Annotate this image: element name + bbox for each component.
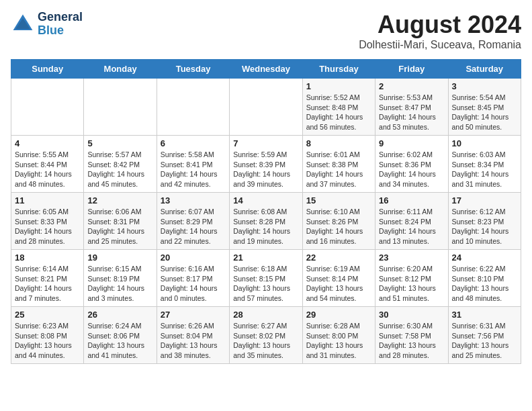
day-number: 7 [233,138,298,148]
day-header-wednesday: Wednesday [230,60,302,79]
calendar-cell: 4Sunrise: 5:55 AM Sunset: 8:44 PM Daylig… [11,136,84,193]
calendar-body: 1Sunrise: 5:52 AM Sunset: 8:48 PM Daylig… [11,79,521,364]
day-number: 6 [161,138,226,148]
day-info: Sunrise: 6:31 AM Sunset: 7:56 PM Dayligh… [452,321,517,361]
calendar-subtitle: Dolhestii-Mari, Suceava, Romania [359,39,521,51]
calendar-cell [230,79,302,136]
calendar-cell [157,79,229,136]
day-info: Sunrise: 6:27 AM Sunset: 8:02 PM Dayligh… [233,321,298,361]
calendar-cell: 1Sunrise: 5:52 AM Sunset: 8:48 PM Daylig… [302,79,375,136]
day-number: 2 [379,81,444,91]
calendar-cell: 30Sunrise: 6:30 AM Sunset: 7:58 PM Dayli… [375,307,448,364]
day-header-monday: Monday [84,60,157,79]
day-info: Sunrise: 5:54 AM Sunset: 8:45 PM Dayligh… [452,93,517,132]
day-number: 17 [452,195,517,205]
day-info: Sunrise: 6:24 AM Sunset: 8:06 PM Dayligh… [87,321,152,361]
calendar-cell: 14Sunrise: 6:08 AM Sunset: 8:28 PM Dayli… [230,193,302,250]
day-number: 22 [306,253,371,263]
calendar-cell: 22Sunrise: 6:19 AM Sunset: 8:14 PM Dayli… [302,250,375,307]
calendar-cell: 28Sunrise: 6:27 AM Sunset: 8:02 PM Dayli… [230,307,302,364]
calendar-cell: 9Sunrise: 6:02 AM Sunset: 8:36 PM Daylig… [375,136,448,193]
day-info: Sunrise: 6:30 AM Sunset: 7:58 PM Dayligh… [379,321,444,361]
calendar-header: SundayMondayTuesdayWednesdayThursdayFrid… [11,60,521,79]
day-number: 23 [379,253,444,263]
day-info: Sunrise: 6:19 AM Sunset: 8:14 PM Dayligh… [306,264,371,304]
calendar-cell: 3Sunrise: 5:54 AM Sunset: 8:45 PM Daylig… [448,79,521,136]
day-number: 18 [15,253,80,263]
day-header-sunday: Sunday [11,60,84,79]
day-info: Sunrise: 6:12 AM Sunset: 8:23 PM Dayligh… [452,207,517,246]
day-number: 13 [161,195,226,205]
day-header-tuesday: Tuesday [157,60,229,79]
day-info: Sunrise: 6:07 AM Sunset: 8:29 PM Dayligh… [161,207,226,246]
calendar-cell: 24Sunrise: 6:22 AM Sunset: 8:10 PM Dayli… [448,250,521,307]
day-info: Sunrise: 6:16 AM Sunset: 8:17 PM Dayligh… [161,264,226,304]
day-info: Sunrise: 6:18 AM Sunset: 8:15 PM Dayligh… [233,264,298,304]
day-info: Sunrise: 5:55 AM Sunset: 8:44 PM Dayligh… [15,150,80,189]
calendar-cell: 7Sunrise: 5:59 AM Sunset: 8:39 PM Daylig… [230,136,302,193]
logo-icon [11,12,35,36]
calendar-table: SundayMondayTuesdayWednesdayThursdayFrid… [11,59,521,364]
day-info: Sunrise: 6:08 AM Sunset: 8:28 PM Dayligh… [233,207,298,246]
calendar-cell: 16Sunrise: 6:11 AM Sunset: 8:24 PM Dayli… [375,193,448,250]
day-info: Sunrise: 6:15 AM Sunset: 8:19 PM Dayligh… [87,264,152,304]
day-info: Sunrise: 6:22 AM Sunset: 8:10 PM Dayligh… [452,264,517,304]
day-info: Sunrise: 6:06 AM Sunset: 8:31 PM Dayligh… [87,207,152,246]
days-row: SundayMondayTuesdayWednesdayThursdayFrid… [11,60,521,79]
day-info: Sunrise: 6:05 AM Sunset: 8:33 PM Dayligh… [15,207,80,246]
day-number: 27 [161,310,226,320]
day-info: Sunrise: 6:14 AM Sunset: 8:21 PM Dayligh… [15,264,80,304]
calendar-cell: 6Sunrise: 5:58 AM Sunset: 8:41 PM Daylig… [157,136,229,193]
day-number: 9 [379,138,444,148]
day-number: 30 [379,310,444,320]
calendar-cell: 20Sunrise: 6:16 AM Sunset: 8:17 PM Dayli… [157,250,229,307]
day-number: 8 [306,138,371,148]
calendar-cell [11,79,84,136]
day-number: 10 [452,138,517,148]
day-info: Sunrise: 5:52 AM Sunset: 8:48 PM Dayligh… [306,93,371,132]
calendar-cell: 21Sunrise: 6:18 AM Sunset: 8:15 PM Dayli… [230,250,302,307]
calendar-cell: 13Sunrise: 6:07 AM Sunset: 8:29 PM Dayli… [157,193,229,250]
calendar-cell [84,79,157,136]
calendar-cell: 27Sunrise: 6:26 AM Sunset: 8:04 PM Dayli… [157,307,229,364]
day-number: 3 [452,81,517,91]
day-number: 14 [233,195,298,205]
day-number: 4 [15,138,80,148]
day-number: 25 [15,310,80,320]
day-number: 28 [233,310,298,320]
day-header-thursday: Thursday [302,60,375,79]
day-info: Sunrise: 6:11 AM Sunset: 8:24 PM Dayligh… [379,207,444,246]
calendar-cell: 12Sunrise: 6:06 AM Sunset: 8:31 PM Dayli… [84,193,157,250]
page-header: General Blue August 2024 Dolhestii-Mari,… [11,11,521,51]
day-number: 19 [87,253,152,263]
day-info: Sunrise: 5:58 AM Sunset: 8:41 PM Dayligh… [161,150,226,189]
calendar-cell: 26Sunrise: 6:24 AM Sunset: 8:06 PM Dayli… [84,307,157,364]
week-row-3: 11Sunrise: 6:05 AM Sunset: 8:33 PM Dayli… [11,193,521,250]
calendar-cell: 11Sunrise: 6:05 AM Sunset: 8:33 PM Dayli… [11,193,84,250]
title-area: August 2024 Dolhestii-Mari, Suceava, Rom… [359,11,521,51]
day-info: Sunrise: 6:28 AM Sunset: 8:00 PM Dayligh… [306,321,371,361]
day-number: 16 [379,195,444,205]
logo-general: General [38,11,83,24]
day-info: Sunrise: 5:59 AM Sunset: 8:39 PM Dayligh… [233,150,298,189]
day-info: Sunrise: 6:20 AM Sunset: 8:12 PM Dayligh… [379,264,444,304]
calendar-cell: 19Sunrise: 6:15 AM Sunset: 8:19 PM Dayli… [84,250,157,307]
logo-blue: Blue [38,24,83,38]
calendar-cell: 10Sunrise: 6:03 AM Sunset: 8:34 PM Dayli… [448,136,521,193]
calendar-cell: 29Sunrise: 6:28 AM Sunset: 8:00 PM Dayli… [302,307,375,364]
day-number: 26 [87,310,152,320]
day-header-friday: Friday [375,60,448,79]
calendar-cell: 18Sunrise: 6:14 AM Sunset: 8:21 PM Dayli… [11,250,84,307]
day-number: 21 [233,253,298,263]
day-info: Sunrise: 6:10 AM Sunset: 8:26 PM Dayligh… [306,207,371,246]
week-row-4: 18Sunrise: 6:14 AM Sunset: 8:21 PM Dayli… [11,250,521,307]
day-info: Sunrise: 5:57 AM Sunset: 8:42 PM Dayligh… [87,150,152,189]
day-info: Sunrise: 6:01 AM Sunset: 8:38 PM Dayligh… [306,150,371,189]
day-info: Sunrise: 6:02 AM Sunset: 8:36 PM Dayligh… [379,150,444,189]
calendar-cell: 15Sunrise: 6:10 AM Sunset: 8:26 PM Dayli… [302,193,375,250]
day-info: Sunrise: 5:53 AM Sunset: 8:47 PM Dayligh… [379,93,444,132]
day-number: 15 [306,195,371,205]
day-number: 29 [306,310,371,320]
calendar-cell: 2Sunrise: 5:53 AM Sunset: 8:47 PM Daylig… [375,79,448,136]
day-header-saturday: Saturday [448,60,521,79]
